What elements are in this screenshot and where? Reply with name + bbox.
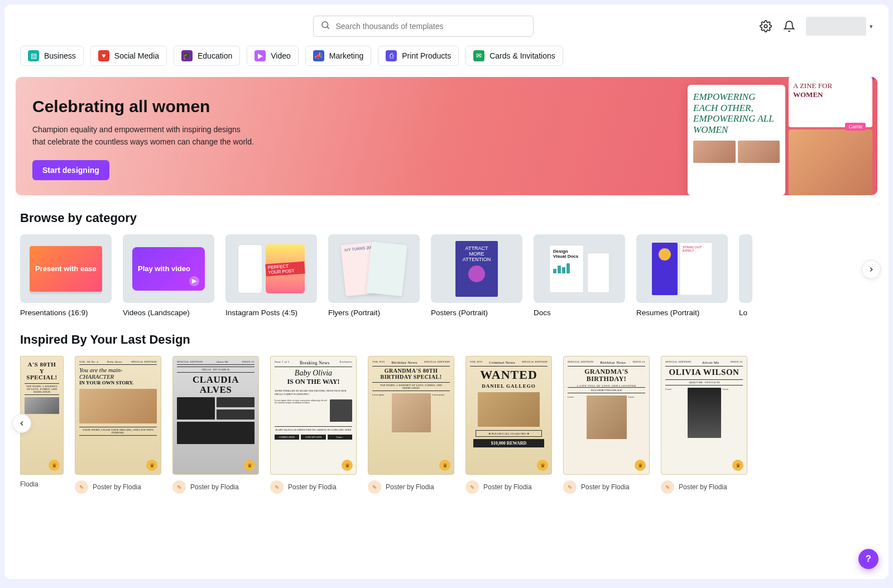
premium-icon: ♛ (244, 460, 255, 471)
hero-banner: Celebrating all women Champion equality … (16, 77, 877, 195)
svg-point-2 (764, 25, 767, 28)
hero-card-text: EMPOWERING EACH OTHER, EMPOWERING ALL WO… (693, 91, 780, 135)
nav-label: Social Media (114, 51, 159, 60)
card-icon: ✉ (473, 50, 484, 61)
search-box[interactable] (313, 16, 534, 37)
template-card[interactable]: Issue 1 of 1Breaking NewsExclusive Baby … (270, 356, 357, 494)
category-videos[interactable]: Play with video Videos (Landscape) (123, 234, 214, 317)
author-avatar: ✎ (75, 480, 88, 494)
category-row: Present with ease Presentations (16:9) P… (16, 234, 877, 317)
nav-label: Print Products (402, 51, 451, 60)
nav-education[interactable]: 🎓Education (174, 46, 240, 66)
template-byline: Flodia (20, 480, 39, 488)
hero-sample-photo (789, 129, 872, 195)
section-title-inspired: Inspired By Your Last Design (20, 332, 873, 347)
category-label: Posters (Portrait) (431, 309, 522, 317)
template-byline: Poster by Flodia (190, 483, 239, 491)
template-byline: Poster by Flodia (679, 483, 727, 491)
template-byline: Poster by Flodia (288, 483, 337, 491)
category-presentations[interactable]: Present with ease Presentations (16:9) (20, 234, 112, 317)
hero-sample-poster: Shane EMPOWERING EACH OTHER, EMPOWERING … (688, 85, 785, 195)
nav-print-products[interactable]: ⎙Print Products (378, 46, 459, 66)
hero-sample-zine: A ZINE FORWOMEN Carrie (789, 77, 872, 127)
category-label: Docs (534, 309, 625, 317)
graduation-cap-icon: 🎓 (181, 50, 193, 61)
template-card[interactable]: VOL XVICriminal NewsSPECIAL EDITION WANT… (465, 356, 552, 494)
search-input[interactable] (336, 22, 526, 31)
template-byline: Poster by Flodia (386, 483, 434, 491)
settings-icon[interactable] (759, 20, 772, 33)
author-avatar: ✎ (661, 480, 674, 494)
category-instagram-posts[interactable]: PERFECT YOUR POST Instagram Posts (4:5) (225, 234, 317, 317)
nav-label: Education (198, 51, 232, 60)
scroll-right-button[interactable] (862, 260, 881, 279)
header: ▾ (16, 13, 877, 44)
premium-icon: ♛ (49, 460, 60, 471)
category-posters[interactable]: ATTRACT MORE ATTENTION Posters (Portrait… (431, 234, 522, 317)
category-docs[interactable]: Design Visual Docs Docs (534, 234, 625, 317)
section-title-browse: Browse by category (20, 211, 873, 225)
category-label: Videos (Landscape) (123, 309, 214, 317)
chevron-down-icon: ▾ (870, 23, 873, 30)
svg-point-0 (322, 22, 328, 28)
start-designing-button[interactable]: Start designing (32, 160, 109, 180)
nav-label: Cards & Invitations (489, 51, 555, 60)
hero-body-line2: that celebrate the countless ways women … (32, 136, 278, 148)
template-card[interactable]: VOL. 84 No. 4Daily QuoteSPECIAL EDITION … (75, 356, 161, 494)
premium-icon: ♛ (732, 460, 743, 471)
nav-video[interactable]: ▶Video (247, 46, 299, 66)
avatar (806, 17, 866, 36)
svg-line-1 (327, 27, 329, 28)
collab-tag: Carrie (845, 123, 866, 131)
header-actions: ▾ (759, 17, 873, 36)
template-byline: Poster by Flodia (483, 483, 532, 491)
category-label: Instagram Posts (4:5) (225, 309, 317, 317)
inspired-row: A'S 80TH Y SPECIAL! TOP STORY: A JOURNEY… (16, 356, 877, 494)
template-card[interactable]: SPECIAL EDITIONAbout MeISSUE 01 OLIVIA W… (661, 356, 747, 494)
nav-label: Business (44, 51, 76, 60)
author-avatar: ✎ (465, 480, 479, 494)
premium-icon: ♛ (537, 460, 548, 471)
category-flyers[interactable]: IVY TURNS 20! Flyers (Portrait) (328, 234, 420, 317)
template-card[interactable]: SPECIAL EDITIONBirthday NewsISSUE 01 GRA… (563, 356, 650, 494)
premium-icon: ♛ (635, 460, 646, 471)
author-avatar: ✎ (368, 480, 381, 494)
nav-label: Marketing (329, 51, 363, 60)
hero-body-line1: Champion equality and empowerment with i… (32, 124, 278, 136)
scroll-left-button[interactable] (12, 414, 31, 433)
video-icon: ▶ (255, 50, 266, 61)
nav-business[interactable]: ▤Business (20, 46, 84, 66)
premium-icon: ♛ (342, 460, 353, 471)
notifications-icon[interactable] (782, 20, 796, 33)
category-nav: ▤Business ♥Social Media 🎓Education ▶Vide… (16, 44, 877, 77)
nav-label: Video (271, 51, 291, 60)
nav-cards-invitations[interactable]: ✉Cards & Invitations (465, 46, 563, 66)
briefcase-icon: ▤ (28, 50, 39, 61)
search-wrap (87, 16, 759, 37)
category-label: Presentations (16:9) (20, 309, 112, 317)
account-menu[interactable]: ▾ (806, 17, 873, 36)
category-label: Resumes (Portrait) (636, 309, 728, 317)
author-avatar: ✎ (270, 480, 284, 494)
premium-icon: ♛ (439, 460, 450, 471)
printer-icon: ⎙ (386, 50, 397, 61)
category-resumes[interactable]: STAND OUT EASILY Resumes (Portrait) (636, 234, 728, 317)
author-avatar: ✎ (563, 480, 577, 494)
heart-icon: ♥ (98, 50, 109, 61)
nav-social-media[interactable]: ♥Social Media (90, 46, 167, 66)
search-icon (320, 20, 330, 32)
premium-icon: ♛ (146, 460, 157, 471)
template-byline: Poster by Flodia (581, 483, 630, 491)
category-logos-partial[interactable]: Lo (739, 234, 752, 317)
hero-artwork: Shane EMPOWERING EACH OTHER, EMPOWERING … (688, 77, 877, 195)
category-label: Lo (739, 309, 752, 317)
template-card[interactable]: SPECIAL EDITIONAbout MeISSUE 01 HELLO · … (172, 356, 259, 494)
help-button[interactable]: ? (858, 549, 878, 569)
template-card[interactable]: VOL XVIBirthday NewsSPECIAL EDITION GRAN… (368, 356, 454, 494)
megaphone-icon: 📣 (313, 50, 324, 61)
template-byline: Poster by Flodia (93, 483, 141, 491)
nav-marketing[interactable]: 📣Marketing (305, 46, 371, 66)
author-avatar: ✎ (172, 480, 186, 494)
category-label: Flyers (Portrait) (328, 309, 420, 317)
